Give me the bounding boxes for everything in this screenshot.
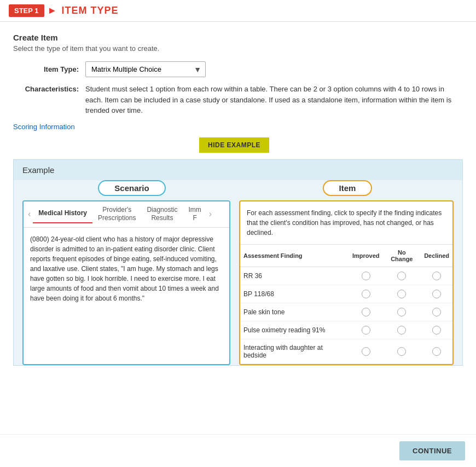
assessment-finding-cell: Pale skin tone [240,303,349,321]
tab-right-arrow-icon[interactable]: › [207,205,214,223]
radio-no-change-4[interactable] [397,347,406,356]
radio-declined-3[interactable] [432,326,441,335]
radio-improved-1[interactable] [362,290,370,298]
scenario-label: Scenario [98,180,165,196]
scenario-tabs: ‹ Medical History Provider'sPrescription… [24,201,229,228]
columns-wrap: ‹ Medical History Provider'sPrescription… [14,200,462,365]
declined-cell[interactable] [421,267,452,285]
radio-declined-1[interactable] [432,290,441,298]
improved-cell[interactable] [349,285,383,303]
radio-improved-2[interactable] [362,308,370,316]
declined-cell[interactable] [421,339,452,364]
table-header-row: Assessment Finding Improved No Change De… [240,245,452,267]
table-row: Interacting with daughter at bedside [240,339,452,364]
create-item-subtitle: Select the type of item that you want to… [13,44,463,53]
no-change-cell[interactable] [383,321,421,339]
continue-button[interactable]: CONTINUE [399,441,465,460]
improved-cell[interactable] [349,267,383,285]
step-badge: STEP 1 [9,4,44,17]
footer: CONTINUE [0,434,476,467]
item-type-label: Item Type: [13,65,79,73]
tab-diagnostic-results[interactable]: DiagnosticResults [141,201,183,227]
radio-improved-0[interactable] [362,272,370,280]
characteristics-text: Student must select 1 option from each r… [85,84,457,116]
scenario-text: (0800) 24-year-old client who has a hist… [24,228,229,310]
characteristics-row: Characteristics: Student must select 1 o… [13,84,463,116]
scoring-information-link[interactable]: Scoring Information [13,123,75,131]
table-row: RR 36 [240,267,452,285]
radio-declined-4[interactable] [432,347,441,356]
item-label: Item [323,180,373,196]
hide-example-button[interactable]: HIDE EXAMPLE [199,137,269,153]
assessment-finding-cell: RR 36 [240,267,349,285]
assessment-finding-cell: BP 118/68 [240,285,349,303]
matrix-table: Assessment Finding Improved No Change De… [240,245,452,364]
improved-cell[interactable] [349,321,383,339]
no-change-cell[interactable] [383,267,421,285]
no-change-cell[interactable] [383,285,421,303]
characteristics-label: Characteristics: [13,84,79,93]
item-type-row: Item Type: Matrix Multiple Choice ▼ [13,61,463,77]
tab-medical-history[interactable]: Medical History [33,205,92,223]
table-row: Pale skin tone [240,303,452,321]
chevron-right-icon: ► [48,5,57,16]
example-header: Example [14,160,462,180]
col-declined: Declined [421,245,452,267]
improved-cell[interactable] [349,339,383,364]
col-no-change: No Change [383,245,421,267]
radio-declined-0[interactable] [432,272,441,280]
table-row: BP 118/68 [240,285,452,303]
declined-cell[interactable] [421,303,452,321]
improved-cell[interactable] [349,303,383,321]
label-row: Scenario Item [14,180,462,196]
example-container: Example Scenario Item ‹ Medical History … [13,159,463,366]
no-change-cell[interactable] [383,303,421,321]
no-change-cell[interactable] [383,339,421,364]
item-type-select-wrapper[interactable]: Matrix Multiple Choice ▼ [85,61,206,77]
item-panel: For each assessment finding, click to sp… [239,200,454,365]
table-row: Pulse oximetry reading 91% [240,321,452,339]
radio-improved-4[interactable] [362,347,370,356]
radio-no-change-1[interactable] [397,290,406,298]
scenario-panel: ‹ Medical History Provider'sPrescription… [22,200,230,365]
item-label-wrap: Item [241,180,454,196]
tab-left-arrow-icon[interactable]: ‹ [26,205,33,223]
assessment-finding-cell: Pulse oximetry reading 91% [240,321,349,339]
create-item-title: Create Item [13,33,463,42]
declined-cell[interactable] [421,285,452,303]
page-title: ITEM TYPE [61,5,118,16]
item-type-select[interactable]: Matrix Multiple Choice [85,61,206,77]
radio-no-change-2[interactable] [397,308,406,316]
main-content: Create Item Select the type of item that… [0,22,476,377]
col-assessment-finding: Assessment Finding [240,245,349,267]
col-improved: Improved [349,245,383,267]
header-bar: STEP 1 ► ITEM TYPE [0,0,476,22]
tab-imm-f[interactable]: ImmF [183,201,206,227]
radio-declined-2[interactable] [432,308,441,316]
assessment-finding-cell: Interacting with daughter at bedside [240,339,349,364]
radio-no-change-3[interactable] [397,326,406,335]
tab-providers-prescriptions[interactable]: Provider'sPrescriptions [92,201,141,227]
declined-cell[interactable] [421,321,452,339]
item-instruction: For each assessment finding, click to sp… [240,201,452,245]
scenario-label-wrap: Scenario [22,180,241,196]
radio-no-change-0[interactable] [397,272,406,280]
radio-improved-3[interactable] [362,326,370,335]
